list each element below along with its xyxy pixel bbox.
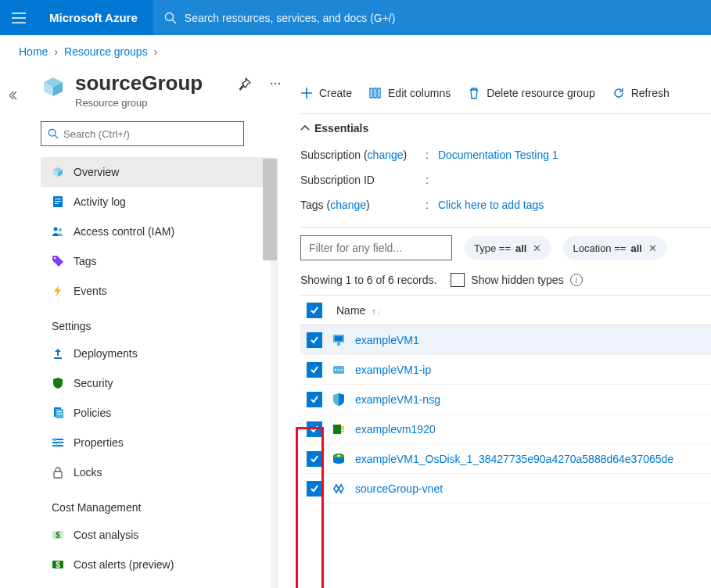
sidebar-item-label: Activity log	[74, 195, 126, 208]
svg-rect-27	[370, 88, 372, 98]
essentials-label: Essentials	[314, 122, 368, 134]
sidebar-item-label: Policies	[74, 407, 111, 419]
sidebar-item-events[interactable]: Events	[41, 276, 271, 306]
resource-group-icon	[41, 74, 66, 99]
svg-rect-38	[341, 426, 344, 428]
sidebar-item-label: Properties	[74, 436, 124, 449]
resource-link[interactable]: examplevm1920	[355, 423, 436, 436]
sidebar-item-cost-alerts[interactable]: $ Cost alerts (preview)	[41, 550, 271, 579]
svg-rect-39	[341, 428, 344, 430]
row-checkbox[interactable]	[307, 392, 322, 407]
add-tags-link[interactable]: Click here to add tags	[438, 199, 544, 211]
row-checkbox[interactable]	[307, 421, 322, 437]
svg-point-10	[54, 257, 56, 259]
svg-point-9	[59, 228, 62, 231]
resource-link[interactable]: exampleVM1_OsDisk_1_38427735e90a4270a588…	[355, 453, 673, 465]
sidebar-item-security[interactable]: Security	[41, 368, 271, 398]
table-header: Name ↑↓	[300, 296, 711, 325]
type-filter-pill[interactable]: Type == all✕	[465, 236, 551, 260]
people-icon	[52, 225, 64, 238]
delete-rg-button[interactable]: Delete resource group	[468, 87, 595, 99]
select-all-checkbox[interactable]	[307, 303, 322, 318]
sidebar-item-label: Security	[74, 377, 113, 389]
resource-link[interactable]: sourceGroup-vnet	[355, 482, 443, 495]
svg-rect-32	[337, 342, 340, 346]
brand[interactable]: Microsoft Azure	[38, 11, 153, 24]
svg-point-21	[55, 444, 58, 447]
trash-icon	[468, 87, 480, 99]
sidebar-item-tags[interactable]: Tags	[41, 246, 271, 276]
svg-rect-29	[378, 88, 380, 98]
edit-columns-button[interactable]: Edit columns	[369, 87, 451, 99]
svg-rect-11	[54, 357, 62, 359]
table-row[interactable]: examplevm1920	[300, 414, 711, 444]
table-row[interactable]: exampleVM1_OsDisk_1_38427735e90a4270a588…	[300, 444, 711, 474]
separator	[300, 113, 711, 114]
column-name[interactable]: Name ↑↓	[336, 304, 381, 317]
sidebar-item-deployments[interactable]: Deployments	[41, 339, 271, 368]
sidebar-item-iam[interactable]: Access control (IAM)	[41, 217, 271, 246]
svg-rect-15	[57, 414, 62, 414]
chevron-right-icon: ›	[154, 45, 158, 58]
change-subscription-link[interactable]: change	[368, 149, 404, 161]
resource-link[interactable]: exampleVM1-ip	[355, 364, 431, 376]
essentials-toggle[interactable]: Essentials	[300, 122, 711, 141]
close-icon[interactable]: ✕	[533, 242, 541, 254]
subscription-label: Subscription (change)	[300, 149, 426, 161]
crumb-resource-groups[interactable]: Resource groups	[64, 45, 148, 58]
table-row[interactable]: exampleVM1-ip	[300, 355, 711, 385]
filter-row: Type == all✕ Location == all✕	[300, 235, 711, 260]
sidebar-item-overview[interactable]: Overview	[41, 157, 271, 187]
edit-columns-label: Edit columns	[388, 87, 451, 99]
subscription-value-link[interactable]: Documentation Testing 1	[438, 149, 558, 161]
tag-icon	[52, 255, 64, 267]
hamburger-menu[interactable]	[0, 0, 38, 35]
page-title: sourceGroup	[75, 71, 203, 95]
table-row[interactable]: exampleVM1-nsg	[300, 385, 711, 414]
sidebar-item-label: Events	[74, 285, 107, 297]
refresh-button[interactable]: Refresh	[612, 87, 670, 99]
sidebar-item-label: Cost analysis	[74, 529, 138, 541]
svg-rect-40	[341, 431, 344, 432]
change-tags-link[interactable]: change	[330, 199, 366, 211]
svg-line-3	[55, 135, 58, 138]
sidebar-header-cost: Cost Management	[41, 487, 271, 520]
page-subtitle: Resource group	[75, 97, 203, 109]
sidebar-item-properties[interactable]: Properties	[41, 428, 271, 457]
sidebar-search-input[interactable]	[63, 128, 237, 140]
location-filter-pill[interactable]: Location == all✕	[563, 236, 666, 260]
sidebar-item-cost-analysis[interactable]: $ Cost analysis	[41, 520, 271, 550]
essentials-grid: Subscription (change) : Documentation Te…	[300, 141, 711, 224]
sidebar-item-policies[interactable]: Policies	[41, 398, 271, 428]
svg-point-2	[48, 129, 56, 136]
global-search-input[interactable]	[185, 12, 700, 24]
row-checkbox[interactable]	[307, 332, 322, 348]
svg-rect-31	[335, 336, 343, 341]
show-hidden-checkbox[interactable]	[451, 273, 465, 287]
info-icon[interactable]: i	[570, 274, 583, 286]
close-icon[interactable]: ✕	[648, 242, 657, 254]
sidebar-scrollbar[interactable]	[263, 159, 277, 588]
table-row[interactable]: exampleVM1	[300, 325, 711, 355]
show-hidden-label: Show hidden types	[471, 274, 563, 286]
sidebar-item-activity-log[interactable]: Activity log	[41, 187, 271, 217]
row-checkbox[interactable]	[307, 451, 322, 467]
row-checkbox[interactable]	[307, 481, 322, 497]
crumb-home[interactable]: Home	[19, 45, 48, 58]
filter-input[interactable]	[300, 235, 452, 260]
breadcrumb: Home › Resource groups ›	[0, 35, 711, 68]
row-checkbox[interactable]	[307, 362, 322, 378]
pin-icon[interactable]	[237, 77, 251, 91]
separator	[300, 227, 711, 228]
global-search[interactable]	[153, 0, 711, 35]
table-row[interactable]: sourceGroup-vnet	[300, 474, 711, 504]
disk-icon	[332, 452, 346, 466]
sidebar-item-locks[interactable]: Locks	[41, 457, 271, 487]
resource-link[interactable]: exampleVM1	[355, 334, 419, 346]
records-row: Showing 1 to 6 of 6 records. Show hidden…	[300, 260, 711, 295]
resource-link[interactable]: exampleVM1-nsg	[355, 393, 440, 406]
svg-point-43	[337, 455, 340, 457]
sidebar-search[interactable]	[41, 121, 244, 146]
create-button[interactable]: Create	[300, 87, 352, 99]
policy-icon	[52, 407, 64, 419]
